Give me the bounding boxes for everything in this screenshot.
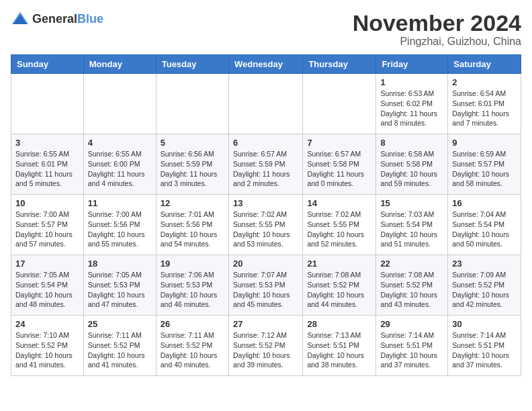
day-number: 3 — [15, 138, 79, 148]
calendar-cell: 6Sunrise: 6:57 AMSunset: 5:59 PMDaylight… — [228, 134, 302, 195]
weekday-header-sunday: Sunday — [11, 55, 84, 74]
day-info: Sunrise: 7:05 AMSunset: 5:53 PMDaylight:… — [88, 270, 152, 310]
location-title: Pingzhai, Guizhou, China — [353, 36, 521, 48]
weekday-header-thursday: Thursday — [303, 55, 376, 74]
calendar-cell: 8Sunrise: 6:58 AMSunset: 5:58 PMDaylight… — [376, 134, 448, 195]
day-number: 29 — [380, 319, 443, 329]
day-number: 18 — [88, 259, 152, 269]
day-info: Sunrise: 6:57 AMSunset: 5:58 PMDaylight:… — [307, 149, 371, 189]
calendar-cell: 13Sunrise: 7:02 AMSunset: 5:55 PMDayligh… — [228, 195, 302, 255]
day-number: 2 — [452, 77, 517, 87]
day-info: Sunrise: 7:14 AMSunset: 5:51 PMDaylight:… — [380, 330, 443, 370]
calendar-cell: 22Sunrise: 7:08 AMSunset: 5:52 PMDayligh… — [376, 255, 448, 316]
calendar-cell — [156, 74, 228, 134]
calendar-cell: 16Sunrise: 7:04 AMSunset: 5:54 PMDayligh… — [448, 195, 521, 255]
calendar-cell: 9Sunrise: 6:59 AMSunset: 5:57 PMDaylight… — [448, 134, 521, 195]
day-info: Sunrise: 6:59 AMSunset: 5:57 PMDaylight:… — [452, 149, 517, 189]
day-number: 8 — [380, 138, 443, 148]
calendar-cell: 27Sunrise: 7:12 AMSunset: 5:52 PMDayligh… — [228, 316, 302, 376]
day-info: Sunrise: 7:14 AMSunset: 5:51 PMDaylight:… — [452, 330, 517, 370]
day-number: 28 — [307, 319, 371, 329]
week-row-4: 17Sunrise: 7:05 AMSunset: 5:54 PMDayligh… — [11, 255, 521, 316]
logo-blue-text: Blue — [77, 12, 103, 26]
day-info: Sunrise: 7:00 AMSunset: 5:57 PMDaylight:… — [15, 210, 79, 249]
day-number: 16 — [452, 198, 517, 208]
day-number: 20 — [233, 259, 298, 269]
calendar-cell: 21Sunrise: 7:08 AMSunset: 5:52 PMDayligh… — [303, 255, 376, 316]
logo-icon — [11, 11, 30, 27]
day-info: Sunrise: 6:56 AMSunset: 5:59 PMDaylight:… — [161, 149, 224, 189]
week-row-1: 1Sunrise: 6:53 AMSunset: 6:02 PMDaylight… — [11, 74, 521, 134]
calendar-cell: 18Sunrise: 7:05 AMSunset: 5:53 PMDayligh… — [83, 255, 156, 316]
day-number: 30 — [452, 319, 517, 329]
weekday-header-wednesday: Wednesday — [228, 55, 302, 74]
calendar-cell — [303, 74, 376, 134]
calendar-cell: 12Sunrise: 7:01 AMSunset: 5:56 PMDayligh… — [156, 195, 228, 255]
logo: GeneralBlue — [11, 11, 103, 27]
day-info: Sunrise: 7:03 AMSunset: 5:54 PMDaylight:… — [380, 210, 443, 249]
calendar-cell: 11Sunrise: 7:00 AMSunset: 5:56 PMDayligh… — [83, 195, 156, 255]
calendar-cell: 7Sunrise: 6:57 AMSunset: 5:58 PMDaylight… — [303, 134, 376, 195]
logo-general-text: General — [32, 12, 77, 26]
weekday-header-row: SundayMondayTuesdayWednesdayThursdayFrid… — [11, 55, 521, 74]
calendar-cell: 17Sunrise: 7:05 AMSunset: 5:54 PMDayligh… — [11, 255, 84, 316]
calendar-cell: 30Sunrise: 7:14 AMSunset: 5:51 PMDayligh… — [448, 316, 521, 376]
calendar-cell: 5Sunrise: 6:56 AMSunset: 5:59 PMDaylight… — [156, 134, 228, 195]
calendar-cell: 3Sunrise: 6:55 AMSunset: 6:01 PMDaylight… — [11, 134, 84, 195]
calendar-cell: 1Sunrise: 6:53 AMSunset: 6:02 PMDaylight… — [376, 74, 448, 134]
day-number: 13 — [233, 198, 298, 208]
day-number: 27 — [233, 319, 298, 329]
day-info: Sunrise: 7:12 AMSunset: 5:52 PMDaylight:… — [233, 330, 298, 370]
day-info: Sunrise: 7:07 AMSunset: 5:53 PMDaylight:… — [233, 270, 298, 310]
day-info: Sunrise: 7:08 AMSunset: 5:52 PMDaylight:… — [307, 270, 371, 310]
calendar-cell — [83, 74, 156, 134]
title-area: November 2024 Pingzhai, Guizhou, China — [353, 11, 521, 48]
day-number: 6 — [233, 138, 298, 148]
day-info: Sunrise: 7:05 AMSunset: 5:54 PMDaylight:… — [15, 270, 79, 310]
day-info: Sunrise: 6:55 AMSunset: 6:01 PMDaylight:… — [15, 149, 79, 189]
calendar-cell: 19Sunrise: 7:06 AMSunset: 5:53 PMDayligh… — [156, 255, 228, 316]
day-number: 15 — [380, 198, 443, 208]
calendar-cell: 26Sunrise: 7:11 AMSunset: 5:52 PMDayligh… — [156, 316, 228, 376]
day-info: Sunrise: 7:01 AMSunset: 5:56 PMDaylight:… — [161, 210, 224, 249]
day-number: 7 — [307, 138, 371, 148]
weekday-header-friday: Friday — [376, 55, 448, 74]
weekday-header-monday: Monday — [83, 55, 156, 74]
day-number: 24 — [15, 319, 79, 329]
week-row-2: 3Sunrise: 6:55 AMSunset: 6:01 PMDaylight… — [11, 134, 521, 195]
day-number: 22 — [380, 259, 443, 269]
day-info: Sunrise: 7:11 AMSunset: 5:52 PMDaylight:… — [88, 330, 152, 370]
day-number: 21 — [307, 259, 371, 269]
day-info: Sunrise: 7:08 AMSunset: 5:52 PMDaylight:… — [380, 270, 443, 310]
day-info: Sunrise: 7:11 AMSunset: 5:52 PMDaylight:… — [161, 330, 224, 370]
day-number: 19 — [161, 259, 224, 269]
page-header: GeneralBlue November 2024 Pingzhai, Guiz… — [11, 11, 521, 48]
day-info: Sunrise: 7:02 AMSunset: 5:55 PMDaylight:… — [233, 210, 298, 249]
calendar-cell: 28Sunrise: 7:13 AMSunset: 5:51 PMDayligh… — [303, 316, 376, 376]
day-info: Sunrise: 6:57 AMSunset: 5:59 PMDaylight:… — [233, 149, 298, 189]
day-number: 17 — [15, 259, 79, 269]
day-info: Sunrise: 6:55 AMSunset: 6:00 PMDaylight:… — [88, 149, 152, 189]
calendar-cell: 23Sunrise: 7:09 AMSunset: 5:52 PMDayligh… — [448, 255, 521, 316]
month-title: November 2024 — [353, 11, 521, 36]
day-number: 1 — [380, 77, 443, 87]
calendar-cell: 24Sunrise: 7:10 AMSunset: 5:52 PMDayligh… — [11, 316, 84, 376]
day-number: 23 — [452, 259, 517, 269]
day-number: 5 — [161, 138, 224, 148]
calendar-cell — [11, 74, 84, 134]
day-number: 25 — [88, 319, 152, 329]
day-info: Sunrise: 7:10 AMSunset: 5:52 PMDaylight:… — [15, 330, 79, 370]
calendar-cell: 15Sunrise: 7:03 AMSunset: 5:54 PMDayligh… — [376, 195, 448, 255]
calendar-cell: 25Sunrise: 7:11 AMSunset: 5:52 PMDayligh… — [83, 316, 156, 376]
calendar-cell: 4Sunrise: 6:55 AMSunset: 6:00 PMDaylight… — [83, 134, 156, 195]
calendar-cell: 2Sunrise: 6:54 AMSunset: 6:01 PMDaylight… — [448, 74, 521, 134]
day-number: 14 — [307, 198, 371, 208]
day-info: Sunrise: 7:06 AMSunset: 5:53 PMDaylight:… — [161, 270, 224, 310]
day-number: 12 — [161, 198, 224, 208]
week-row-5: 24Sunrise: 7:10 AMSunset: 5:52 PMDayligh… — [11, 316, 521, 376]
day-number: 11 — [88, 198, 152, 208]
calendar-cell: 14Sunrise: 7:02 AMSunset: 5:55 PMDayligh… — [303, 195, 376, 255]
weekday-header-saturday: Saturday — [448, 55, 521, 74]
day-info: Sunrise: 6:53 AMSunset: 6:02 PMDaylight:… — [380, 89, 443, 128]
week-row-3: 10Sunrise: 7:00 AMSunset: 5:57 PMDayligh… — [11, 195, 521, 255]
